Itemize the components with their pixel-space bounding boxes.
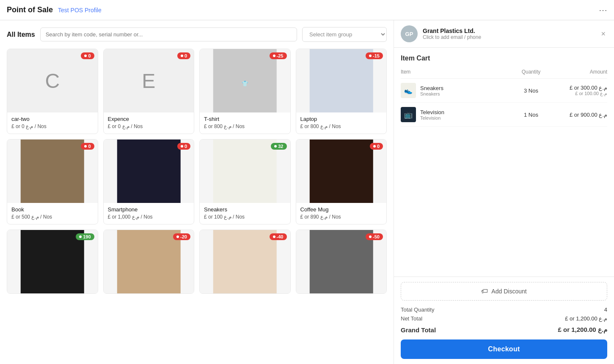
cart-col-item-header: Item [401,69,514,75]
item-card-image-item-row3-1: 190 [7,230,98,293]
item-card-info-sneakers: Sneakers £ or 100 م.ع / Nos [200,203,290,224]
cart-section: Item Cart Item Quantity Amount 👟 Sneaker… [394,48,614,276]
item-card-image-car-two: C 0 [7,49,98,112]
item-card-car-two[interactable]: C 0 car-two £ or 0 م.ع / Nos [7,49,98,134]
grand-total-row: Grand Total م.ع 1,200.00 or £ [401,326,607,334]
svg-text:📺: 📺 [404,111,413,119]
customer-avatar: GP [401,25,418,42]
item-card-info-coffee-mug: Coffee Mug £ or 890 م.ع / Nos [296,203,387,224]
item-card-tshirt[interactable]: 👕 -25 T-shirt £ or 800 م.ع / Nos [199,49,291,134]
customer-info: Grant Plastics Ltd. Click to add email /… [423,27,594,40]
add-discount-button[interactable]: 🏷 Add Discount [401,282,607,301]
more-options-button[interactable]: ⋯ [599,5,607,15]
stock-badge-car-two: 0 [81,52,94,59]
cart-item-name-1: Television [420,109,514,115]
stock-badge-item-row3-1: 190 [76,233,94,240]
cart-item-row-0[interactable]: 👟 Sneakers Sneakers 3 Nos م.ع 300.00 or … [401,79,607,103]
stock-badge-smartphone: 0 [177,143,190,150]
net-total-value: م.ع 1,200.00 or £ [565,315,607,322]
svg-rect-5 [213,140,277,203]
cart-item-qty-1: 1 Nos [514,112,548,118]
stock-badge-tshirt: -25 [270,52,287,59]
stock-dot [181,145,183,148]
cart-item-name-0: Sneakers [420,85,514,91]
net-total-label: Net Total [401,315,422,322]
item-card-image-item-row3-2: -20 [104,230,194,293]
item-card-item-row3-2[interactable]: -20 [103,230,195,294]
cart-item-sub-0: Sneakers [420,91,514,96]
item-card-item-row3-4[interactable]: -50 [296,230,387,294]
svg-rect-3 [21,140,84,203]
item-card-image-item-row3-3: -40 [200,230,290,293]
stock-badge-item-row3-2: -20 [173,233,190,240]
stock-dot [84,55,87,57]
item-card-image-book: 0 [7,140,98,203]
app-title: Point of Sale [7,5,53,14]
stock-dot [274,145,277,148]
right-panel: GP Grant Plastics Ltd. Click to add emai… [394,20,614,364]
item-card-sneakers[interactable]: 32 Sneakers £ or 100 م.ع / Nos [199,139,291,224]
cart-item-unit-0: م.ع 100.00 or £ [548,91,607,96]
customer-name[interactable]: Grant Plastics Ltd. [423,27,594,34]
item-name-expence: Expence [108,116,190,122]
item-card-image-smartphone: 0 [104,140,194,203]
item-card-image-item-row3-4: -50 [296,230,387,293]
item-card-item-row3-1[interactable]: 190 [7,230,98,294]
item-price-coffee-mug: £ or 890 م.ع / Nos [300,214,383,220]
pos-profile-link[interactable]: Test POS Profile [58,7,102,14]
stock-dot [79,235,82,238]
cart-item-row-1[interactable]: 📺 Television Television 1 Nos م.ع 900.00… [401,103,607,127]
item-price-laptop: £ or 800 م.ع / Nos [300,123,383,129]
all-items-title: All Items [7,31,35,38]
customer-close-button[interactable]: × [599,28,607,40]
stock-dot [181,55,183,57]
search-input[interactable] [40,27,297,41]
item-card-coffee-mug[interactable]: 0 Coffee Mug £ or 890 م.ع / Nos [296,139,387,224]
cart-item-total-0: م.ع 300.00 or £ [548,85,607,91]
item-card-image-laptop: -15 [296,49,387,112]
customer-sub[interactable]: Click to add email / phone [423,34,594,40]
grand-total-value: م.ع 1,200.00 or £ [558,326,607,334]
stock-badge-item-row3-3: -40 [270,233,287,240]
item-price-book: £ or 500 م.ع / Nos [11,214,94,220]
stock-badge-item-row3-4: -50 [366,233,383,240]
cart-item-amount-1: م.ع 900.00 or £ [548,112,607,118]
cart-footer: 🏷 Add Discount Total Quantity 4 Net Tota… [394,276,614,364]
cart-items-list: 👟 Sneakers Sneakers 3 Nos م.ع 300.00 or … [401,79,607,127]
item-card-info-smartphone: Smartphone £ or 1,000 م.ع / Nos [104,203,194,224]
svg-rect-9 [213,230,277,293]
item-card-expence[interactable]: E 0 Expence £ or 0 م.ع / Nos [103,49,195,134]
item-name-book: Book [11,206,94,213]
checkout-label: Checkout [488,345,520,353]
net-total-row: Net Total م.ع 1,200.00 or £ [401,315,607,322]
stock-badge-sneakers: 32 [271,143,286,150]
item-group-select[interactable]: Select item group [302,27,387,42]
cart-item-img-0: 👟 [401,83,416,98]
app-header: Point of Sale Test POS Profile ⋯ [0,0,614,20]
item-card-smartphone[interactable]: 0 Smartphone £ or 1,000 م.ع / Nos [103,139,195,224]
svg-rect-8 [117,230,180,293]
stock-badge-coffee-mug: 0 [370,143,383,150]
svg-rect-7 [21,230,84,293]
item-card-laptop[interactable]: -15 Laptop £ or 800 م.ع / Nos [296,49,387,134]
grand-total-label: Grand Total [401,326,436,334]
item-card-image-sneakers: 32 [200,140,290,203]
item-card-info-laptop: Laptop £ or 800 م.ع / Nos [296,112,387,134]
item-card-image-coffee-mug: 0 [296,140,387,203]
cart-item-img-1: 📺 [401,107,416,122]
stock-badge-book: 0 [81,143,94,150]
stock-badge-laptop: -15 [366,52,383,59]
add-discount-label: Add Discount [491,288,526,295]
item-card-book[interactable]: 0 Book £ or 500 م.ع / Nos [7,139,98,224]
item-card-info-book: Book £ or 500 م.ع / Nos [7,203,98,224]
svg-text:👕: 👕 [242,80,248,87]
item-name-coffee-mug: Coffee Mug [300,206,383,213]
item-card-item-row3-3[interactable]: -40 [199,230,291,294]
total-quantity-label: Total Quantity [401,307,435,313]
stock-dot [84,145,87,148]
item-name-tshirt: T-shirt [204,116,286,122]
stock-dot [273,235,275,238]
checkout-button[interactable]: Checkout [401,339,607,359]
customer-initials: GP [405,31,413,37]
stock-dot [373,145,376,148]
